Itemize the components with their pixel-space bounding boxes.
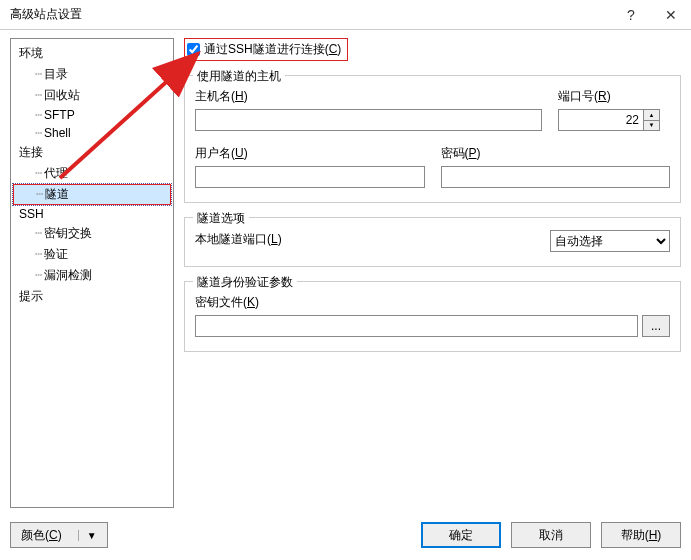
username-input[interactable]: [195, 166, 425, 188]
color-button[interactable]: 颜色(C) ▼: [10, 522, 108, 548]
tree-proxy[interactable]: ┄代理: [13, 163, 171, 184]
password-input[interactable]: [441, 166, 671, 188]
cancel-button[interactable]: 取消: [511, 522, 591, 548]
button-bar: 颜色(C) ▼ 确定 取消 帮助(H): [10, 522, 681, 548]
tree-env[interactable]: 环境: [13, 43, 171, 64]
localport-select[interactable]: 自动选择: [550, 230, 670, 252]
help-button[interactable]: 帮助(H): [601, 522, 681, 548]
browse-button[interactable]: ...: [642, 315, 670, 337]
close-icon[interactable]: ✕: [651, 0, 691, 30]
ok-button[interactable]: 确定: [421, 522, 501, 548]
content-panel: 通过SSH隧道进行连接(C) 使用隧道的主机 主机名(H) 端口号(R) ▲ ▼: [184, 38, 681, 508]
tree-dir[interactable]: ┄目录: [13, 64, 171, 85]
tree-ssh[interactable]: SSH: [13, 205, 171, 223]
tree-recycle[interactable]: ┄回收站: [13, 85, 171, 106]
port-input[interactable]: [558, 109, 644, 131]
chevron-down-icon: ▼: [78, 530, 97, 541]
port-down-icon[interactable]: ▼: [644, 121, 659, 131]
group-tunnel-legend: 隧道选项: [193, 210, 249, 227]
group-tunnel: 隧道选项 本地隧道端口(L) 自动选择: [184, 217, 681, 267]
group-auth-legend: 隧道身份验证参数: [193, 274, 297, 291]
ssh-tunnel-label: 通过SSH隧道进行连接(C): [204, 41, 341, 58]
tree-auth[interactable]: ┄验证: [13, 244, 171, 265]
username-label: 用户名(U): [195, 145, 425, 162]
hostname-input[interactable]: [195, 109, 542, 131]
tree-hint[interactable]: 提示: [13, 286, 171, 307]
tree-bugs[interactable]: ┄漏洞检测: [13, 265, 171, 286]
tree-keyex[interactable]: ┄密钥交换: [13, 223, 171, 244]
tree-sftp[interactable]: ┄SFTP: [13, 106, 171, 124]
port-spinner[interactable]: ▲ ▼: [644, 109, 660, 131]
nav-tree: 环境 ┄目录 ┄回收站 ┄SFTP ┄Shell 连接 ┄代理 ┄隧道 SSH …: [10, 38, 174, 508]
hostname-label: 主机名(H): [195, 88, 542, 105]
group-auth: 隧道身份验证参数 密钥文件(K) ...: [184, 281, 681, 352]
password-label: 密码(P): [441, 145, 671, 162]
localport-label: 本地隧道端口(L): [195, 231, 282, 248]
keyfile-input[interactable]: [195, 315, 638, 337]
group-host: 使用隧道的主机 主机名(H) 端口号(R) ▲ ▼: [184, 75, 681, 203]
tree-tunnel[interactable]: ┄隧道: [13, 184, 171, 205]
window-title: 高级站点设置: [10, 6, 611, 23]
keyfile-label: 密钥文件(K): [195, 294, 670, 311]
port-label: 端口号(R): [558, 88, 670, 105]
tree-conn[interactable]: 连接: [13, 142, 171, 163]
tree-shell[interactable]: ┄Shell: [13, 124, 171, 142]
ssh-tunnel-checkbox-row[interactable]: 通过SSH隧道进行连接(C): [184, 38, 348, 61]
group-host-legend: 使用隧道的主机: [193, 68, 285, 85]
titlebar: 高级站点设置 ? ✕: [0, 0, 691, 30]
help-icon[interactable]: ?: [611, 0, 651, 30]
port-up-icon[interactable]: ▲: [644, 110, 659, 121]
ssh-tunnel-checkbox[interactable]: [187, 43, 200, 56]
